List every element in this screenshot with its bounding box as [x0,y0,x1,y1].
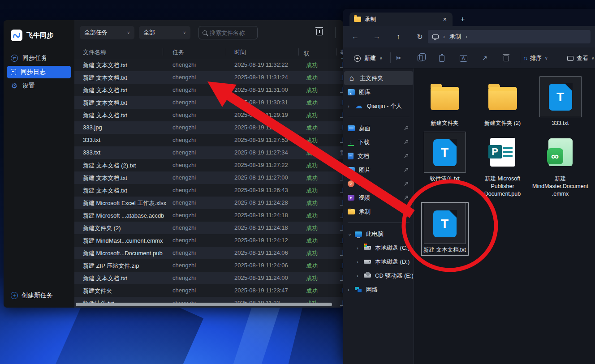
nav-item[interactable]: › CD 驱动器 (E:) [344,269,413,283]
log-table-row[interactable]: 新建文件夹 chengzhi 2025-08-19 11:23:47 成功 上 [74,284,343,297]
nav-item[interactable]: 图片 [344,163,413,177]
horizontal-scrollbar[interactable] [74,303,343,306]
log-table-row[interactable]: 新建 文本文档.txt chengzhi 2025-08-19 11:31:24… [74,71,343,84]
cell-time: 2025-08-19 11:24:28 [234,199,288,206]
log-table-row[interactable]: 新建 Microsoft...Document.pub chengzhi 202… [74,247,343,259]
log-table-row[interactable]: 新建 文本文档.txt chengzhi 2025-08-19 11:29:19… [74,109,343,121]
file-item[interactable]: 新建 Microsoft Publisher Document.pub [474,132,531,198]
create-new-task-button[interactable]: + 创建新任务 [11,291,53,300]
nav-item[interactable]: 主文件夹 [344,71,413,85]
file-item[interactable]: 333.txt [531,76,589,127]
cell-task: chengzhi [172,212,196,218]
cell-event: 上 [340,61,343,69]
nav-item[interactable]: 桌面 [344,121,413,135]
log-table-row[interactable]: 新建 Microsoft Excel 工作表.xlsx chengzhi 202… [74,197,343,209]
delete-button[interactable] [501,53,512,64]
explorer-tab[interactable]: 承制 × [349,13,453,26]
log-table-row[interactable]: 新建 文本文档 (2).txt chengzhi 2025-08-19 11:2… [74,159,343,171]
nav-item[interactable]: › 本地磁盘 (D:) [344,255,413,269]
expand-chevron[interactable]: › [348,287,355,292]
txt-l-icon [433,210,457,237]
log-table-row[interactable]: 新建 文本文档.txt chengzhi 2025-08-19 11:32:22… [74,59,343,71]
cell-task: chengzhi [172,199,196,206]
file-item[interactable]: 软件清单.txt [416,132,474,198]
log-table-row[interactable]: 新建 文本文档.txt chengzhi 2025-08-19 11:27:00… [74,171,343,184]
expand-chevron[interactable]: › [357,245,364,251]
copy-button[interactable] [415,53,426,64]
nav-item[interactable]: › 网络 [344,283,413,296]
clear-logs-trash-button[interactable] [316,29,323,35]
file-item[interactable]: 新建 MindMaster.Document.emmx [531,132,589,198]
log-table-row[interactable]: 新建文件夹 (2) chengzhi 2025-08-19 11:24:18 成… [74,222,343,234]
trash-icon [504,56,509,61]
cell-status: 成功 [306,274,318,283]
log-table-row[interactable]: 333.txt chengzhi 2025-08-19 11:27:34 成功 … [74,146,343,159]
task-filter-dropdown[interactable]: 全部任务 ∨ [80,26,134,39]
sidebar-item[interactable]: 同步日志 [7,66,71,78]
scope-filter-dropdown[interactable]: 全部 ∨ [139,26,190,39]
cell-filename: 新建文件夹 [83,287,112,295]
refresh-button[interactable]: ↻ [414,31,425,42]
log-table-row[interactable]: 新建 文本文档.txt chengzhi 2025-08-19 11:30:31… [74,96,343,109]
expand-chevron[interactable]: › [348,103,355,109]
file-item[interactable]: 新建文件夹 (2) [474,76,531,127]
cut-button[interactable]: ✂ [393,53,404,64]
expand-chevron[interactable]: ⌄ [348,231,355,237]
new-tab-button[interactable]: + [461,15,465,23]
log-table-row[interactable]: 新建 MindMast...cument.emmx chengzhi 2025-… [74,234,343,247]
nav-item[interactable]: › Qianjin - 个人 [344,99,413,113]
nav-item[interactable]: ⌄ 此电脑 [344,227,413,241]
sort-dropdown[interactable]: ↑↓ 排序 ∨ [523,51,548,65]
nav-item[interactable]: 音乐 [344,177,413,191]
log-table-row[interactable]: 新建 文本文档.txt chengzhi 2025-08-19 11:24:00… [74,272,343,284]
cell-status: 成功 [306,86,318,94]
file-item[interactable]: 新建文件夹 [416,76,474,127]
search-icon [203,30,207,35]
nav-item[interactable]: › 本地磁盘 (C:) [344,241,413,255]
log-table-row[interactable]: 新建 文本文档.txt chengzhi 2025-08-19 11:31:00… [74,84,343,96]
log-table-row[interactable]: 新建 ZIP 压缩文件.zip chengzhi 2025-08-19 11:2… [74,259,343,272]
nav-item[interactable]: 下载 [344,135,413,149]
nav-item[interactable]: 文档 [344,149,413,163]
cell-task: chengzhi [172,237,196,244]
breadcrumb-folder[interactable]: 承制 [449,33,461,41]
expand-chevron[interactable]: › [357,273,364,278]
paste-button[interactable] [436,53,447,64]
file-icon-box [482,76,524,117]
file-item[interactable]: 新建 文本文档.txt [421,202,469,256]
log-table-row[interactable]: 新建 文本文档.txt chengzhi 2025-08-19 11:26:43… [74,184,343,197]
nav-item[interactable]: 图库 [344,85,413,99]
log-table-row[interactable]: 新建 Microsoft ...atabase.accdb chengzhi 2… [74,209,343,222]
search-input[interactable] [210,30,254,36]
scrollbar-thumb[interactable] [76,303,332,306]
file-name-label: 新建 Microsoft Publisher Document.pub [474,175,531,198]
pin-icon [404,195,409,200]
expand-chevron[interactable]: › [357,259,364,265]
share-button[interactable]: ↗ [479,53,490,64]
cell-time: 2025-08-19 11:23:47 [234,287,288,294]
sidebar-item[interactable]: 同步任务 [7,52,71,64]
nav-item[interactable]: 承制 [344,205,413,218]
search-filename-box[interactable] [198,26,258,39]
nav-item-label: 此电脑 [366,230,413,238]
cell-filename: 新建 ZIP 压缩文件.zip [83,262,139,270]
nav-item-label: 本地磁盘 (D:) [375,258,413,266]
cell-event: 上 [340,162,343,170]
cell-event: 上 [340,174,343,182]
cell-event: 上 [340,111,343,120]
log-table-row[interactable]: 333.txt chengzhi 2025-08-19 11:27:53 成功 … [74,134,343,146]
sidebar-item[interactable]: 设置 [7,80,71,92]
address-bar[interactable]: › 承制 › [428,30,591,43]
cell-time: 2025-08-19 11:24:18 [234,224,288,231]
rename-button[interactable]: A [458,53,469,64]
forward-button[interactable]: → [371,31,382,42]
nav-item[interactable]: 视频 [344,191,413,205]
back-button[interactable]: ← [350,31,361,42]
view-dropdown[interactable]: 查看 ∨ [567,51,595,65]
new-button[interactable]: + 新建 ∨ [349,51,387,65]
tab-close-icon[interactable]: × [442,16,448,23]
up-button[interactable]: ↑ [393,31,404,42]
log-table-row[interactable]: 333.jpg chengzhi 2025-08-19 11:28 成功 上 [74,121,343,134]
file-area[interactable]: 新建文件夹 新建文件夹 (2) 333.txt [414,69,595,364]
cell-status: 成功 [306,61,318,69]
